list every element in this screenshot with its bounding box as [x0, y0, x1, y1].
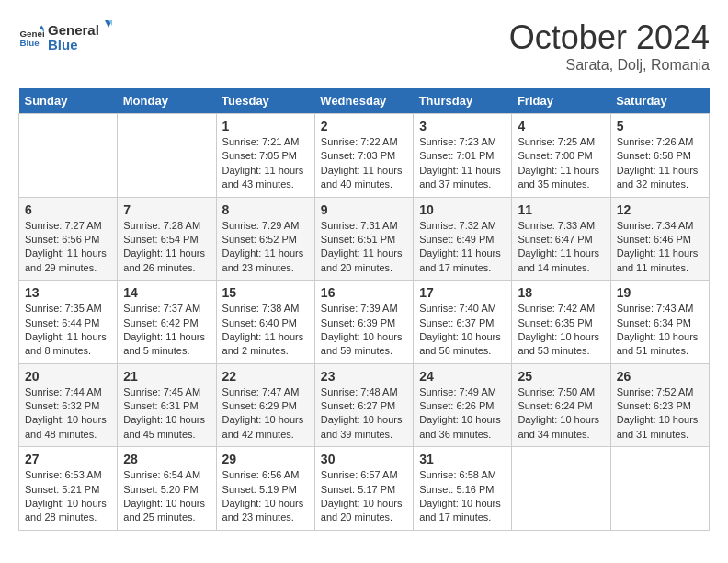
calendar-cell: 6Sunrise: 7:27 AMSunset: 6:56 PMDaylight…: [19, 197, 118, 281]
calendar-cell: 18Sunrise: 7:42 AMSunset: 6:35 PMDayligh…: [512, 281, 610, 364]
calendar-cell: 2Sunrise: 7:22 AMSunset: 7:03 PMDaylight…: [314, 114, 413, 198]
svg-text:General: General: [48, 22, 99, 38]
calendar-cell: 23Sunrise: 7:48 AMSunset: 6:27 PMDayligh…: [314, 363, 413, 447]
day-number: 18: [518, 285, 604, 300]
header-monday: Monday: [118, 88, 216, 114]
day-number: 28: [123, 452, 210, 466]
day-number: 12: [617, 202, 703, 217]
title-block: October 2024 Sarata, Dolj, Romania: [509, 18, 710, 74]
calendar-cell: 11Sunrise: 7:33 AMSunset: 6:47 PMDayligh…: [512, 197, 610, 281]
header-row: SundayMondayTuesdayWednesdayThursdayFrid…: [19, 88, 710, 114]
logo-text: General Blue: [48, 18, 112, 55]
week-row-3: 20Sunrise: 7:44 AMSunset: 6:32 PMDayligh…: [19, 363, 710, 447]
cell-info: Sunrise: 6:54 AMSunset: 5:20 PMDaylight:…: [123, 468, 210, 525]
day-number: 21: [123, 369, 210, 384]
week-row-4: 27Sunrise: 6:53 AMSunset: 5:21 PMDayligh…: [19, 447, 710, 531]
day-number: 22: [222, 369, 309, 384]
day-number: 26: [617, 369, 703, 384]
calendar-cell: 21Sunrise: 7:45 AMSunset: 6:31 PMDayligh…: [118, 363, 216, 447]
calendar-cell: 26Sunrise: 7:52 AMSunset: 6:23 PMDayligh…: [610, 363, 709, 447]
calendar-cell: 7Sunrise: 7:28 AMSunset: 6:54 PMDaylight…: [118, 197, 216, 281]
day-number: 29: [222, 452, 309, 466]
calendar-cell: 4Sunrise: 7:25 AMSunset: 7:00 PMDaylight…: [512, 114, 610, 198]
day-number: 1: [222, 119, 309, 133]
logo-icon: General Blue: [18, 24, 44, 50]
cell-info: Sunrise: 7:21 AMSunset: 7:05 PMDaylight:…: [222, 135, 309, 192]
calendar-cell: 12Sunrise: 7:34 AMSunset: 6:46 PMDayligh…: [610, 197, 709, 281]
cell-info: Sunrise: 7:33 AMSunset: 6:47 PMDaylight:…: [518, 219, 604, 276]
cell-info: Sunrise: 7:26 AMSunset: 6:58 PMDaylight:…: [617, 135, 703, 192]
calendar-cell: 10Sunrise: 7:32 AMSunset: 6:49 PMDayligh…: [414, 197, 512, 281]
day-number: 14: [123, 285, 210, 300]
location-title: Sarata, Dolj, Romania: [509, 57, 710, 74]
cell-info: Sunrise: 6:57 AMSunset: 5:17 PMDaylight:…: [321, 468, 407, 525]
cell-info: Sunrise: 7:47 AMSunset: 6:29 PMDaylight:…: [222, 385, 309, 442]
week-row-2: 13Sunrise: 7:35 AMSunset: 6:44 PMDayligh…: [19, 281, 710, 364]
cell-info: Sunrise: 6:58 AMSunset: 5:16 PMDaylight:…: [419, 468, 506, 525]
cell-info: Sunrise: 7:38 AMSunset: 6:40 PMDaylight:…: [222, 302, 309, 359]
calendar-cell: 8Sunrise: 7:29 AMSunset: 6:52 PMDaylight…: [216, 197, 314, 281]
svg-marker-2: [39, 25, 44, 29]
day-number: 30: [321, 452, 407, 466]
day-number: 27: [25, 452, 111, 466]
day-number: 24: [419, 369, 506, 384]
day-number: 16: [321, 285, 407, 300]
cell-info: Sunrise: 7:43 AMSunset: 6:34 PMDaylight:…: [617, 302, 703, 359]
day-number: 20: [25, 369, 111, 384]
calendar-cell: 27Sunrise: 6:53 AMSunset: 5:21 PMDayligh…: [19, 447, 118, 531]
calendar-cell: [19, 114, 118, 198]
calendar-cell: 30Sunrise: 6:57 AMSunset: 5:17 PMDayligh…: [314, 447, 413, 531]
calendar-cell: 25Sunrise: 7:50 AMSunset: 6:24 PMDayligh…: [512, 363, 610, 447]
calendar-cell: 3Sunrise: 7:23 AMSunset: 7:01 PMDaylight…: [414, 114, 512, 198]
header-sunday: Sunday: [19, 88, 118, 114]
calendar-cell: 13Sunrise: 7:35 AMSunset: 6:44 PMDayligh…: [19, 281, 118, 364]
svg-text:Blue: Blue: [48, 37, 78, 52]
header-thursday: Thursday: [414, 88, 512, 114]
logo-svg: General Blue: [48, 18, 112, 55]
month-title: October 2024: [509, 18, 710, 57]
header-friday: Friday: [512, 88, 610, 114]
cell-info: Sunrise: 7:37 AMSunset: 6:42 PMDaylight:…: [123, 302, 210, 359]
calendar-cell: 5Sunrise: 7:26 AMSunset: 6:58 PMDaylight…: [610, 114, 709, 198]
day-number: 8: [222, 202, 309, 217]
day-number: 19: [617, 285, 703, 300]
calendar-table: SundayMondayTuesdayWednesdayThursdayFrid…: [18, 88, 710, 531]
day-number: 23: [321, 369, 407, 384]
calendar-cell: [118, 114, 216, 198]
cell-info: Sunrise: 6:56 AMSunset: 5:19 PMDaylight:…: [222, 468, 309, 525]
cell-info: Sunrise: 7:27 AMSunset: 6:56 PMDaylight:…: [25, 219, 111, 276]
day-number: 25: [518, 369, 604, 384]
cell-info: Sunrise: 7:35 AMSunset: 6:44 PMDaylight:…: [25, 302, 111, 359]
week-row-0: 1Sunrise: 7:21 AMSunset: 7:05 PMDaylight…: [19, 114, 710, 198]
week-row-1: 6Sunrise: 7:27 AMSunset: 6:56 PMDaylight…: [19, 197, 710, 281]
cell-info: Sunrise: 7:28 AMSunset: 6:54 PMDaylight:…: [123, 219, 210, 276]
calendar-cell: 22Sunrise: 7:47 AMSunset: 6:29 PMDayligh…: [216, 363, 314, 447]
header-tuesday: Tuesday: [216, 88, 314, 114]
calendar-cell: 16Sunrise: 7:39 AMSunset: 6:39 PMDayligh…: [314, 281, 413, 364]
cell-info: Sunrise: 7:31 AMSunset: 6:51 PMDaylight:…: [321, 219, 407, 276]
calendar-cell: [610, 447, 709, 531]
day-number: 9: [321, 202, 407, 217]
calendar-cell: 28Sunrise: 6:54 AMSunset: 5:20 PMDayligh…: [118, 447, 216, 531]
calendar-cell: 19Sunrise: 7:43 AMSunset: 6:34 PMDayligh…: [610, 281, 709, 364]
day-number: 7: [123, 202, 210, 217]
day-number: 4: [518, 119, 604, 133]
day-number: 10: [419, 202, 506, 217]
cell-info: Sunrise: 7:44 AMSunset: 6:32 PMDaylight:…: [25, 385, 111, 442]
cell-info: Sunrise: 7:40 AMSunset: 6:37 PMDaylight:…: [419, 302, 506, 359]
cell-info: Sunrise: 6:53 AMSunset: 5:21 PMDaylight:…: [25, 468, 111, 525]
cell-info: Sunrise: 7:45 AMSunset: 6:31 PMDaylight:…: [123, 385, 210, 442]
header-wednesday: Wednesday: [314, 88, 413, 114]
calendar-cell: [512, 447, 610, 531]
day-number: 5: [617, 119, 703, 133]
cell-info: Sunrise: 7:42 AMSunset: 6:35 PMDaylight:…: [518, 302, 604, 359]
day-number: 11: [518, 202, 604, 217]
calendar-cell: 17Sunrise: 7:40 AMSunset: 6:37 PMDayligh…: [414, 281, 512, 364]
cell-info: Sunrise: 7:52 AMSunset: 6:23 PMDaylight:…: [617, 385, 703, 442]
cell-info: Sunrise: 7:50 AMSunset: 6:24 PMDaylight:…: [518, 385, 604, 442]
day-number: 15: [222, 285, 309, 300]
cell-info: Sunrise: 7:25 AMSunset: 7:00 PMDaylight:…: [518, 135, 604, 192]
svg-text:Blue: Blue: [19, 38, 40, 48]
header-saturday: Saturday: [610, 88, 709, 114]
day-number: 3: [419, 119, 506, 133]
